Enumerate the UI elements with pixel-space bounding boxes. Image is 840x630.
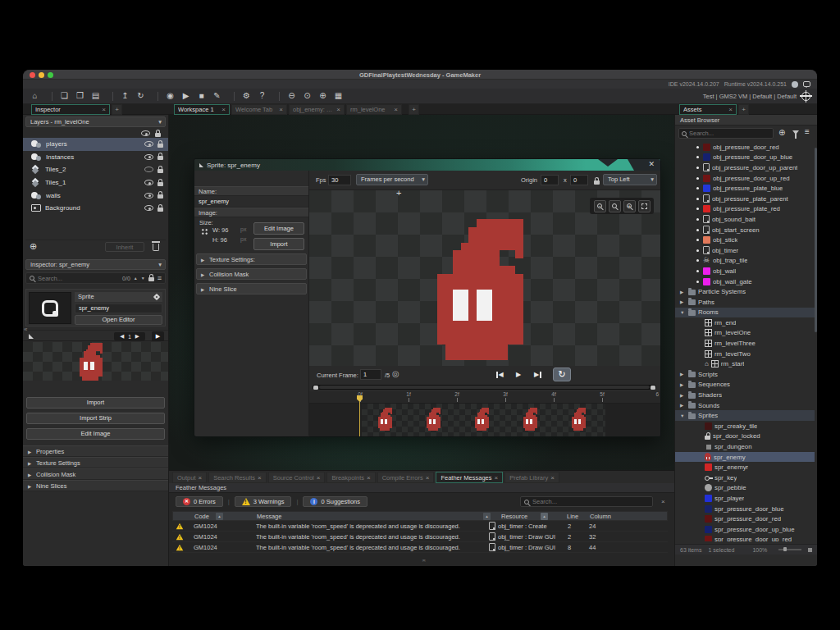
tab-workspace[interactable]: obj_enemy: E... [289, 104, 345, 115]
tab-workspace[interactable]: rm_levelOne [346, 104, 402, 115]
column-message[interactable]: Message [257, 513, 281, 520]
search-input[interactable] [38, 275, 119, 282]
folder-arrow-icon[interactable]: ▶ [680, 393, 686, 398]
close-icon[interactable] [317, 474, 321, 482]
lock-icon[interactable] [155, 133, 161, 137]
sort-icon[interactable] [483, 513, 491, 520]
lock-icon[interactable] [148, 277, 154, 281]
new-project-icon[interactable]: ❏ [60, 90, 69, 102]
layer-row[interactable]: Tiles_1 [23, 176, 168, 189]
prev-frame-icon[interactable] [120, 333, 124, 340]
asset-tree-row[interactable]: spr_enemy [675, 452, 815, 463]
canvas-zoom-out-button[interactable]: - [594, 200, 606, 212]
run-icon[interactable]: ▶ [181, 90, 190, 102]
inspector-section[interactable]: Collision Mask [23, 468, 168, 480]
asset-tree-row[interactable]: ▼Sprites [675, 410, 815, 421]
lock-toggle[interactable] [158, 194, 163, 199]
delete-layer-button[interactable] [153, 244, 159, 251]
asset-tree-row[interactable]: spr_dungeon [675, 441, 815, 452]
new-tab-button[interactable] [112, 104, 122, 115]
edit-image-button[interactable]: Edit Image [253, 222, 304, 235]
frames-strip[interactable] [309, 404, 660, 436]
asset-tree-row[interactable]: rm_levelThree [675, 338, 815, 349]
visibility-toggle[interactable] [144, 167, 153, 172]
asset-name-input[interactable] [79, 304, 158, 312]
create-executable-icon[interactable]: ↥ [121, 90, 130, 102]
layer-row[interactable]: Instances [23, 151, 168, 164]
asset-tree-row[interactable]: spr_pebble [675, 483, 815, 494]
first-frame-button[interactable] [496, 371, 504, 378]
close-icon[interactable] [495, 474, 499, 482]
folder-arrow-icon[interactable]: ▶ [680, 403, 686, 408]
folder-arrow-icon[interactable]: ▶ [680, 372, 686, 377]
expand-arrow-icon[interactable] [28, 448, 33, 455]
visibility-toggle[interactable] [144, 141, 153, 147]
build-config-selector[interactable]: Test | GMS2 VM | Default | Default [703, 93, 797, 100]
visibility-toggle[interactable] [144, 154, 153, 160]
zoom-out-icon[interactable]: ⊖ [287, 90, 296, 102]
visibility-toggle[interactable] [144, 180, 153, 185]
asset-tree-row[interactable]: obj_pressure_door_up_red [675, 173, 815, 184]
output-tab[interactable]: Prefab Library [504, 472, 559, 483]
frame-thumbnail[interactable] [523, 408, 537, 431]
asset-tree-row[interactable]: ▶Sequences [675, 380, 815, 390]
sort-icon[interactable] [541, 513, 548, 520]
feather-search-input[interactable] [532, 498, 649, 505]
origin-lock-icon[interactable] [594, 180, 600, 185]
folder-arrow-icon[interactable]: ▶ [680, 382, 686, 387]
editor-section[interactable]: Nine Slice [196, 283, 307, 294]
last-frame-button[interactable] [534, 371, 541, 378]
import-button[interactable]: Import [253, 238, 304, 250]
panel-resize-handle[interactable] [422, 557, 427, 563]
close-icon[interactable] [367, 474, 371, 482]
menu-icon[interactable] [158, 274, 162, 282]
lock-toggle[interactable] [158, 156, 163, 160]
current-frame-input[interactable] [361, 370, 381, 379]
message-row[interactable]: GM1024The built-in variable 'room_speed'… [172, 532, 668, 542]
layer-row[interactable]: walls [23, 189, 168, 202]
home-icon[interactable]: ⌂ [30, 90, 39, 102]
tag-icon[interactable] [153, 294, 160, 300]
suggestions-filter-button[interactable]: 0 Suggestions [303, 496, 368, 507]
next-frame-icon[interactable] [135, 333, 139, 340]
errors-filter-button[interactable]: 0 Errors [176, 496, 223, 507]
sprite-editor-header[interactable]: Sprite: spr_enemy [194, 159, 660, 171]
expand-arrow-icon[interactable] [201, 285, 206, 293]
eye-icon[interactable] [141, 130, 150, 136]
column-code[interactable]: Code [194, 513, 209, 520]
output-tab[interactable]: Search Results [208, 472, 267, 483]
output-tab[interactable]: Feather Messages [436, 472, 503, 483]
expand-arrow-icon[interactable] [28, 482, 33, 490]
layer-row[interactable]: Tiles_2 [23, 163, 168, 176]
asset-tree-row[interactable]: obj_pressure_door_red [675, 142, 815, 153]
asset-tree-row[interactable]: obj_trap_tile [675, 256, 815, 267]
origin-mode-dropdown[interactable]: Top Left [603, 174, 657, 185]
play-button[interactable] [516, 371, 521, 378]
inspector-section[interactable]: Texture Settings [23, 457, 168, 468]
search-prev-icon[interactable]: ▲ [134, 276, 138, 281]
open-project-icon[interactable]: ❐ [75, 90, 84, 102]
layer-row[interactable]: Background [23, 202, 168, 215]
message-row[interactable]: GM1024The built-in variable 'room_speed'… [172, 521, 668, 532]
filter-icon[interactable] [792, 130, 799, 135]
origin-x-input[interactable] [541, 176, 558, 185]
layout-icon[interactable]: ▦ [334, 90, 343, 102]
asset-tree-row[interactable]: rm_levelOne [675, 328, 815, 339]
output-tab[interactable]: Breakpoints [326, 472, 375, 483]
inspector-action-button[interactable]: Import [26, 397, 165, 409]
inspector-dropdown[interactable]: Inspector: spr_enemy [25, 259, 166, 270]
asset-tree-row[interactable]: rm_start [675, 358, 815, 369]
sprite-name-input[interactable] [199, 196, 308, 207]
target-icon[interactable] [801, 92, 810, 101]
folder-arrow-icon[interactable]: ▶ [680, 299, 686, 304]
asset-tree-row[interactable]: rm_end [675, 317, 815, 328]
close-icon[interactable] [426, 474, 430, 482]
settings-icon[interactable]: ⚙ [242, 90, 251, 102]
asset-tree-row[interactable]: ▶Particle Systems [675, 286, 815, 297]
fps-mode-dropdown[interactable]: Frames per second [356, 174, 428, 185]
collapse-icon[interactable] [199, 163, 203, 167]
inspector-action-button[interactable]: Import Strip [26, 413, 165, 424]
frame-thumbnail[interactable] [572, 408, 586, 431]
asset-tree-row[interactable]: obj_pressure_plate_parent [675, 194, 815, 204]
asset-tree-row[interactable]: spr_pressure_door_red [675, 514, 815, 524]
